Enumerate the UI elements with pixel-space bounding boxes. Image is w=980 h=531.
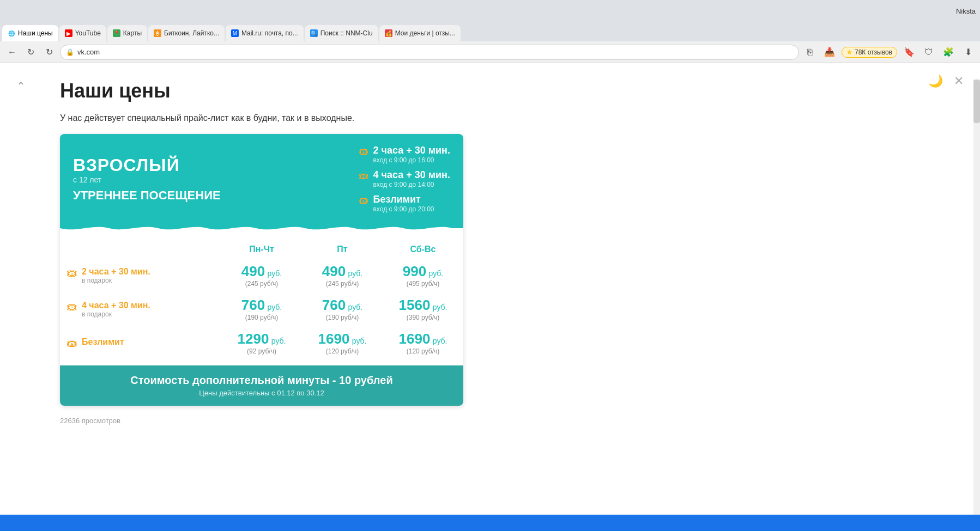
tab-poisk-label: Поиск :: NNM-Clu [320,29,373,37]
shield-button[interactable]: 🛡 [921,45,936,60]
row3-pt: 1690 руб. (120 руб/ч) [302,326,383,360]
refresh-button[interactable]: ↻ [41,45,57,60]
header-left: ВЗРОСЛЫЙ с 12 лет УТРЕННЕЕ ПОСЕЩЕНИЕ [73,155,221,203]
poisk-favicon: 🔍 [310,29,318,37]
row1-pncht-unit: руб. [268,269,282,278]
footer-main-text: Стоимость дополнительной минуты - 10 руб… [69,374,455,387]
scrollbar-thumb[interactable] [973,80,980,123]
close-icon[interactable]: ✕ [954,74,964,88]
tab-maps[interactable]: 📍 Карты [107,25,147,41]
title-bar: Niksta [0,0,980,22]
option-title-2: 4 часа + 30 мин. [373,169,450,181]
row2-sbvs-main: 1560 [399,297,431,313]
forward-button[interactable]: ↻ [23,45,38,60]
row2-sbvs: 1560 руб. (390 руб/ч) [383,292,463,326]
bitcoin-favicon: ₿ [154,29,161,37]
page-subtitle: У нас действует специальный прайс-лист к… [60,113,958,123]
col-header-pncht: Пн-Чт [221,240,302,259]
page-main-title: Наши цены [60,80,171,102]
row3-pncht-price: 1290 руб. (92 руб/ч) [238,331,286,355]
row3-label-inner: 🎟 Безлимит [66,337,215,350]
table-row: 🎟 2 часа + 30 мин. в подарок 490 [60,259,463,292]
active-tab-favicon: 🌐 [8,29,15,37]
table-row: 🎟 Безлимит 1290 руб. ( [60,326,463,360]
option-sub-1: вход с 9:00 до 16:00 [373,156,450,164]
row2-label-sub: в подарок [82,310,150,318]
ticket-icon-2: 🎟 [359,170,368,182]
row3-pt-main: 1690 [318,331,350,347]
share-button[interactable]: ⎘ [802,45,818,60]
tab-active[interactable]: 🌐 Наши цены [2,25,58,41]
option-title-3: Безлимит [373,194,434,205]
tab-youtube[interactable]: ▶ YouTube [59,25,106,41]
row3-pncht-main: 1290 [238,331,269,347]
row1-pt-main: 490 [322,263,346,279]
views-count: 22636 просмотров [60,417,958,425]
bookmark-button[interactable]: 🔖 [902,45,917,60]
page-scrollbar[interactable] [973,80,980,515]
tab-poisk[interactable]: 🔍 Поиск :: NNM-Clu [305,25,378,41]
row3-label-main: Безлимит [82,337,124,347]
row2-pncht-unit: руб. [268,303,282,312]
back-button[interactable]: ← [4,45,20,60]
price-card-wrapper: ВЗРОСЛЫЙ с 12 лет УТРЕННЕЕ ПОСЕЩЕНИЕ 🎟 2… [60,134,958,406]
scroll-up-arrow[interactable]: ⌃ [16,80,26,93]
row1-ticket-icon: 🎟 [66,267,77,279]
dark-mode-icon[interactable]: 🌙 [928,74,943,88]
row1-label-text: 2 часа + 30 мин. в подарок [82,267,150,284]
tabs-bar: 🌐 Наши цены ▶ YouTube 📍 Карты ₿ Биткоин,… [0,22,980,41]
row2-pncht-per: (190 руб/ч) [241,314,282,321]
table-header-row: Пн-Чт Пт Сб-Вс [60,240,463,259]
row1-label-inner: 🎟 2 часа + 30 мин. в подарок [66,267,215,284]
download-button[interactable]: 📥 [822,45,837,60]
price-card-header: ВЗРОСЛЫЙ с 12 лет УТРЕННЕЕ ПОСЕЩЕНИЕ 🎟 2… [60,134,463,224]
review-count: 78К отзывов [855,48,892,56]
header-option-2: 🎟 4 часа + 30 мин. вход с 9:00 до 14:00 [359,169,450,188]
toolbar: ← ↻ ↻ 🔒 vk.com Наши цены ⎘ 📥 ★ 78К отзыв… [0,41,980,63]
tab-bitcoin-label: Биткоин, Лайтко... [164,29,219,37]
col-header-pt: Пт [302,240,383,259]
row2-pt: 760 руб. (190 руб/ч) [302,292,383,326]
tab-bitcoin[interactable]: ₿ Биткоин, Лайтко... [148,25,225,41]
address-bar[interactable]: 🔒 vk.com [60,45,799,60]
ticket-icon-1: 🎟 [359,146,368,157]
row1-label-sub: в подарок [82,277,150,284]
row3-sbvs: 1690 руб. (120 руб/ч) [383,326,463,360]
lock-icon: 🔒 [66,48,74,56]
tab-money[interactable]: 💰 Мои деньги | отзы... [379,25,461,41]
row2-pt-price: 760 руб. (190 руб/ч) [322,297,363,321]
row3-sbvs-per: (120 руб/ч) [399,347,447,355]
col-header-sbvs: Сб-Вс [383,240,463,259]
row3-sbvs-price: 1690 руб. (120 руб/ч) [399,331,447,355]
star-icon: ★ [846,48,852,56]
extensions-button[interactable]: 🧩 [941,45,956,60]
row2-ticket-icon: 🎟 [66,301,77,313]
row3-pncht-unit: руб. [271,337,286,345]
col-header-empty [60,240,221,259]
row1-sbvs-unit: руб. [429,269,444,278]
tab-mailru[interactable]: M Mail.ru: почта, по... [226,25,304,41]
row3-label: 🎟 Безлимит [60,326,221,360]
modal-icons: 🌙 ✕ [928,74,964,88]
row1-sbvs-price: 990 руб. (495 руб/ч) [403,263,444,288]
option-info-3: Безлимит вход с 9:00 до 20:00 [373,194,434,213]
row1-pncht-price: 490 руб. (245 руб/ч) [241,263,282,288]
option-info-1: 2 часа + 30 мин. вход с 9:00 до 16:00 [373,145,450,164]
review-badge[interactable]: ★ 78К отзывов [842,47,897,58]
row2-pncht-price: 760 руб. (190 руб/ч) [241,297,282,321]
option-sub-2: вход с 9:00 до 14:00 [373,181,450,188]
row2-pt-unit: руб. [348,303,363,312]
option-title-1: 2 часа + 30 мин. [373,145,450,156]
header-right: 🎟 2 часа + 30 мин. вход с 9:00 до 16:00 … [359,145,450,213]
tab-money-label: Мои деньги | отзы... [395,29,455,37]
footer-sub-text: Цены действительны с 01.12 по 30.12 [69,389,455,397]
row1-label: 🎟 2 часа + 30 мин. в подарок [60,259,221,292]
money-favicon: 💰 [385,29,392,37]
row1-pncht: 490 руб. (245 руб/ч) [221,259,302,292]
row1-sbvs-main: 990 [403,263,426,279]
active-tab-label: Наши цены [18,29,53,37]
menu-download-button[interactable]: ⬇ [960,45,976,60]
option-info-2: 4 часа + 30 мин. вход с 9:00 до 14:00 [373,169,450,188]
price-footer: Стоимость дополнительной минуты - 10 руб… [60,365,463,406]
tab-youtube-label: YouTube [75,29,101,37]
